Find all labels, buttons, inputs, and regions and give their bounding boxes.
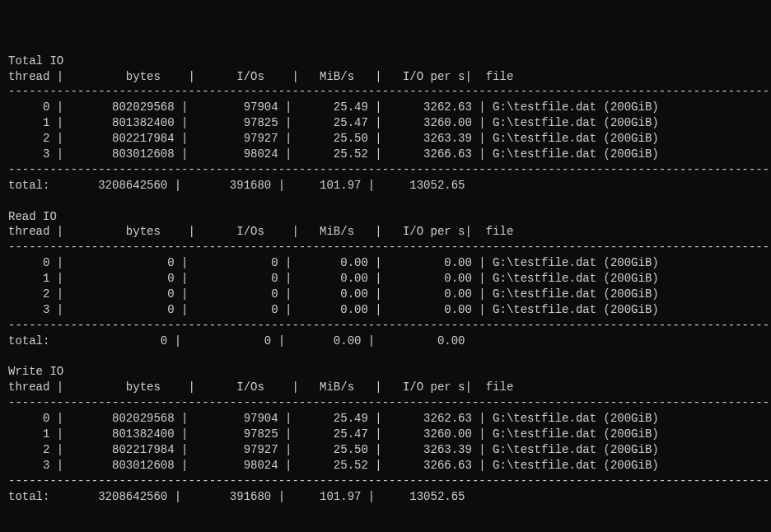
terminal-output: Total IO thread | bytes | I/Os | MiB/s |… [8, 54, 763, 505]
